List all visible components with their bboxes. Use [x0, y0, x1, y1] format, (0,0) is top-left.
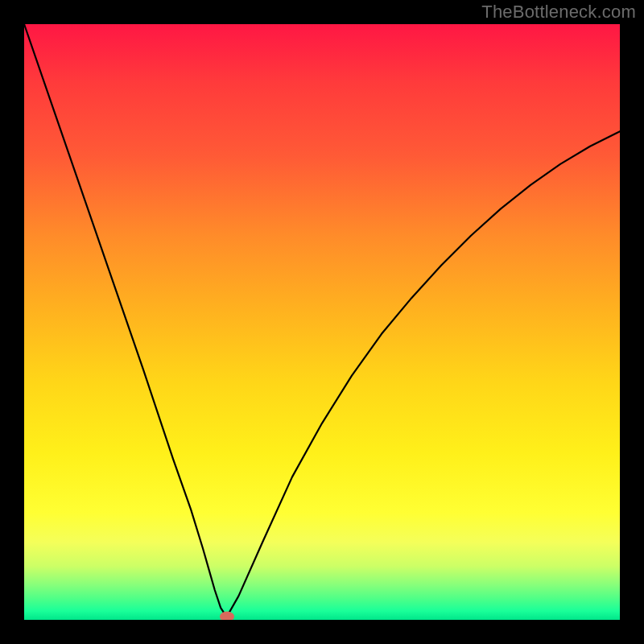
- curve-svg: [24, 24, 620, 620]
- plot-area: [24, 24, 620, 620]
- bottleneck-curve-path: [24, 24, 620, 617]
- watermark-text: TheBottleneck.com: [481, 2, 636, 23]
- optimal-point-marker: [220, 612, 234, 620]
- chart-frame: TheBottleneck.com: [0, 0, 644, 644]
